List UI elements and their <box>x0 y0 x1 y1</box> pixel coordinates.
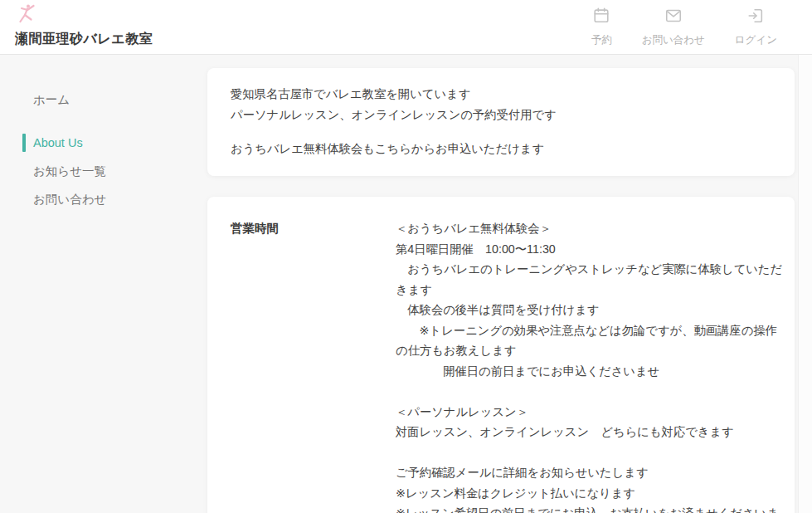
ballet-dancer-logo-icon <box>15 2 153 27</box>
text-line: パーソナルレッスン、オンラインレッスンの予約受付用です <box>231 105 771 125</box>
site-title: 瀬間亜理砂バレエ教室 <box>15 31 153 48</box>
site-logo-link[interactable]: 瀬間亜理砂バレエ教室 <box>15 2 153 48</box>
text-line <box>396 442 782 463</box>
intro-text: 愛知県名古屋市でバレエ教室を開いていますパーソナルレッスン、オンラインレッスンの… <box>231 84 771 159</box>
text-line: ※レッスン料金はクレジット払いになります <box>396 483 782 504</box>
text-line: 愛知県名古屋市でバレエ教室を開いています <box>231 84 771 105</box>
scrollbar[interactable] <box>798 55 812 513</box>
business-hours-card: 営業時間 ＜おうちバレエ無料体験会＞第4日曜日開催 10:00〜11:30 おう… <box>207 197 795 513</box>
intro-card: 愛知県名古屋市でバレエ教室を開いていますパーソナルレッスン、オンラインレッスンの… <box>207 68 795 176</box>
header: 瀬間亜理砂バレエ教室 予約 <box>0 0 812 55</box>
sidebar-item-contact[interactable]: お問い合わせ <box>0 185 207 213</box>
nav-item-label: お問い合わせ <box>642 33 705 47</box>
text-line: ＜おうちバレエ無料体験会＞ <box>396 218 782 239</box>
text-line <box>396 381 782 402</box>
mail-icon <box>664 7 683 27</box>
nav-item-login[interactable]: ログイン <box>735 7 777 47</box>
business-hours-text: ＜おうちバレエ無料体験会＞第4日曜日開催 10:00〜11:30 おうちバレエの… <box>396 218 782 513</box>
text-line: ご予約確認メールに詳細をお知らせいたします <box>396 462 782 483</box>
text-line: おうちバレエ無料体験会もこちらからお申込いただけます <box>231 139 771 159</box>
text-line: ※レッスン希望日の前日までにお申込、お支払いをお済ませくださいま <box>396 503 782 513</box>
text-line: ※トレーニングの効果や注意点などは勿論ですが、動画講座の操作 <box>396 320 782 341</box>
text-line: 対面レッスン、オンラインレッスン どちらにも対応できます <box>396 422 782 442</box>
text-line: きます <box>396 280 782 300</box>
sidebar: ホーム About Us お知らせ一覧 お問い合わせ <box>0 55 207 213</box>
text-line: おうちバレエのトレーニングやストレッチなど実際に体験していただ <box>396 259 782 280</box>
nav-item-contact[interactable]: お問い合わせ <box>642 7 705 47</box>
nav-item-label: 予約 <box>591 33 612 47</box>
nav-item-label: ログイン <box>735 33 777 47</box>
nav-item-reserve[interactable]: 予約 <box>591 7 612 47</box>
page: 瀬間亜理砂バレエ教室 予約 <box>0 0 812 513</box>
text-line: 第4日曜日開催 10:00〜11:30 <box>396 239 782 260</box>
sidebar-item-home[interactable]: ホーム <box>0 86 207 114</box>
main-content: 愛知県名古屋市でバレエ教室を開いていますパーソナルレッスン、オンラインレッスンの… <box>207 55 795 513</box>
calendar-icon <box>592 7 610 27</box>
text-line <box>231 125 771 139</box>
sidebar-item-news-list[interactable]: お知らせ一覧 <box>0 157 207 185</box>
sidebar-item-about-us[interactable]: About Us <box>0 129 207 157</box>
text-line: 開催日の前日までにお申込くださいませ <box>396 361 782 382</box>
login-icon <box>746 7 765 27</box>
text-line: ＜パーソナルレッスン＞ <box>396 402 782 423</box>
text-line: 体験会の後半は質問を受け付けます <box>396 300 782 320</box>
business-hours-label: 営業時間 <box>231 218 396 239</box>
header-nav: 予約 お問い合わせ ロ <box>591 7 777 47</box>
text-line: の仕方もお教えします <box>396 340 782 361</box>
